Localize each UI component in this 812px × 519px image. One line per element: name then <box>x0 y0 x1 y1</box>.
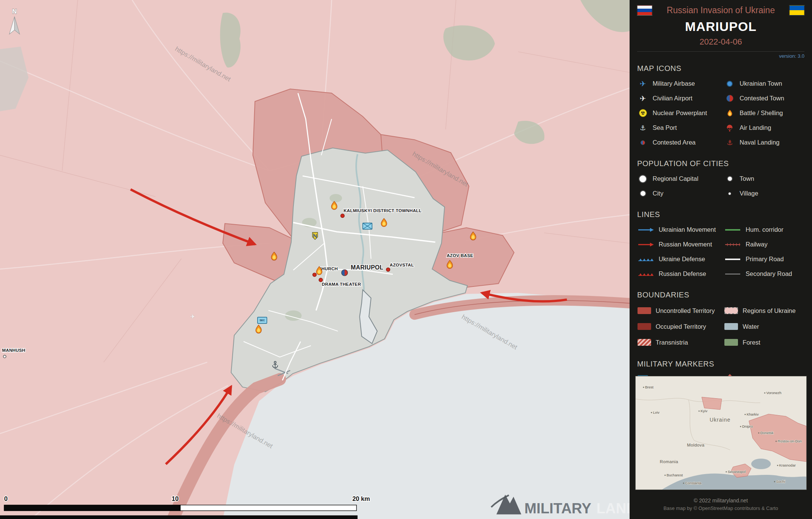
mariupol-map-page: https://militaryland.nethttps://military… <box>0 0 812 519</box>
inset-label: Bucharest <box>667 473 683 477</box>
contested-town-icon <box>726 95 733 102</box>
compass-n-label: N <box>12 8 17 15</box>
russia-flag-icon <box>637 5 652 15</box>
battle-flame-icon <box>727 109 733 117</box>
section-boundaries: BOUNDARIES Uncontrolled Territory Region… <box>637 291 804 350</box>
dot-marker <box>386 268 390 271</box>
regional-capital-icon <box>639 175 647 183</box>
legend-forest: Forest <box>724 335 804 350</box>
legend-city: City <box>637 186 724 200</box>
map-label: KALMIUSKYI DISTRICT TOWNHALL <box>344 208 422 213</box>
legend-naval-landing: ⚓ Naval Landing <box>724 136 804 149</box>
section-population: POPULATION OF CITIES Regional Capital To… <box>637 159 804 200</box>
legend-village: Village <box>724 186 804 200</box>
hum-corridor-line-icon <box>724 227 741 233</box>
map-label: AZOV BASE <box>447 253 473 258</box>
inset-sea-of-azov <box>751 459 771 469</box>
railway-line-icon <box>724 242 741 247</box>
legend-railway: Railway <box>724 237 804 251</box>
inset-label: Romania <box>660 459 678 464</box>
occupied-territory-swatch <box>638 323 651 330</box>
inset-label: Moldova <box>687 443 704 447</box>
regions-of-ukraine-swatch <box>724 307 738 314</box>
legend-regional-capital: Regional Capital <box>637 172 724 186</box>
water-swatch <box>724 323 738 330</box>
legend-ukrainian-movement: Ukrainian Movement <box>637 223 724 237</box>
legend-secondary-road: Secondary Road <box>724 267 804 281</box>
military-airbase-icon: ✈ <box>640 80 646 88</box>
legend-water: Water <box>724 319 804 334</box>
section-map-icons: MAP ICONS ✈ Military Airbase Ukrainian T… <box>637 64 804 149</box>
dot-marker <box>319 278 323 282</box>
legend-nuclear-powerplant: ☢ Nuclear Powerplant <box>637 106 724 120</box>
legend-sea-port: ⚓ Sea Port <box>637 121 724 135</box>
town-icon <box>727 176 733 182</box>
map-canvas: https://militaryland.nethttps://military… <box>0 0 630 519</box>
svg-text:SEC: SEC <box>259 319 265 322</box>
village-marker <box>3 355 6 358</box>
ukraine-overview-inset-map: BrestVoronezhLvivKyivKharkivUkraineDnipr… <box>635 376 807 490</box>
legend-town: Town <box>724 172 804 186</box>
logo-text-military: MILITARY <box>524 500 591 516</box>
secondary-road-line-icon <box>724 271 741 277</box>
section-lines: LINES Ukrainian Movement <box>637 210 804 281</box>
contested-area-icon <box>641 140 645 145</box>
inset-map: BrestVoronezhLvivKyivKharkivUkraineDnipr… <box>636 376 806 490</box>
ukrainian-movement-arrow-icon <box>638 227 654 233</box>
inset-label: Ukraine <box>710 417 730 423</box>
mariupol-map: https://militaryland.nethttps://military… <box>0 0 630 519</box>
map-label: DRAMA THEATER <box>322 282 361 286</box>
logo-text-land: LAND <box>596 500 630 516</box>
legend-contested-area: Contested Area <box>637 136 724 149</box>
map-label: MANHUSH <box>2 348 25 353</box>
sidebar-header: Russian Invasion of Ukraine <box>637 5 804 15</box>
uncontrolled-territory-swatch <box>638 307 651 314</box>
map-label: AZOVSTAL <box>390 262 414 267</box>
legend-contested-town: Contested Town <box>724 91 804 105</box>
legend-ukrainian-town: Ukrainian Town <box>724 77 804 91</box>
legend-civilian-airport: ✈ Civilian Airport <box>637 91 724 105</box>
copyright-text: © 2022 militaryland.net <box>630 497 812 504</box>
ukr-unit-marker: SEC <box>258 317 267 323</box>
russian-movement-arrow-icon <box>638 242 654 247</box>
primary-road-line-icon <box>724 257 741 262</box>
section-title-population: POPULATION OF CITIES <box>637 159 804 168</box>
ukraine-defense-line-icon <box>638 257 654 262</box>
ukrainian-town-icon <box>727 81 733 87</box>
inset-label: Krasnodar <box>779 463 796 467</box>
forest-swatch <box>724 339 738 346</box>
inset-label: Sevastopol <box>728 470 746 474</box>
dot-marker <box>341 214 344 218</box>
civilian-airport-icon: ✈ <box>640 95 646 102</box>
airport-marker: ✈ <box>190 313 195 320</box>
legend-military-airbase: ✈ Military Airbase <box>637 77 724 91</box>
legend-hum-corridor: Hum. corridor <box>724 223 804 237</box>
inset-label: Constanta <box>685 481 702 485</box>
section-title-military-markers: MILITARY MARKERS <box>637 360 804 368</box>
inset-label: Rostov-on-Don <box>778 439 802 443</box>
ukraine-flag-icon <box>789 5 804 15</box>
version-label: version: 3.0 <box>637 53 804 59</box>
map-label: MARIUPOL <box>351 264 383 271</box>
map-series-title: Russian Invasion of Ukraine <box>664 5 778 15</box>
inset-label: Kyiv <box>701 409 707 413</box>
scale-ten: 10 <box>172 495 179 502</box>
air-landing-parachute-icon <box>726 124 733 132</box>
map-date: 2022-04-06 <box>637 37 804 52</box>
sea-port-icon: ⚓ <box>640 125 646 131</box>
contested-marker <box>341 270 347 276</box>
village-icon <box>728 192 731 195</box>
dot-marker <box>313 273 316 277</box>
city-icon <box>640 190 646 197</box>
legend-transnistria: Transnistria <box>637 335 724 350</box>
inset-label: Kharkiv <box>747 412 759 416</box>
svg-text:✈: ✈ <box>190 313 195 320</box>
legend-occupied-territory: Occupied Territory <box>637 319 724 334</box>
scale-zero: 0 <box>4 495 8 502</box>
section-title-map-icons: MAP ICONS <box>637 64 804 73</box>
basemap-credit-text: Base map by © OpenStreetMap contributors… <box>630 505 812 511</box>
legend-regions-of-ukraine: Regions of Ukraine <box>724 303 804 318</box>
legend-uncontrolled-territory: Uncontrolled Territory <box>637 303 724 318</box>
naval-landing-icon: ⚓ <box>727 139 733 146</box>
inset-label: Sochi <box>776 479 785 484</box>
